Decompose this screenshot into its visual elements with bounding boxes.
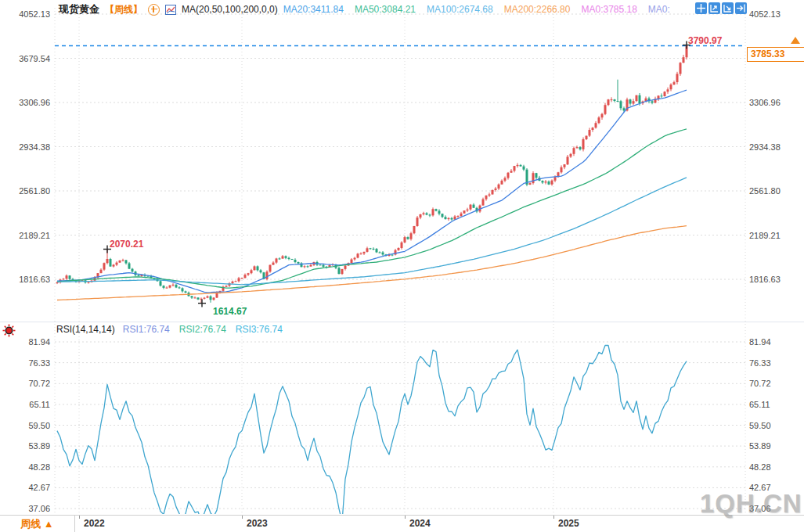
auto-scale-x-icon[interactable] [708, 2, 720, 14]
axis-tick-label: 65.11 [2, 399, 50, 410]
axis-tick-label: 53.89 [2, 440, 50, 451]
axis-tick-label: 53.89 [749, 440, 771, 451]
ma-value-label: MA0:3785.18 [581, 4, 636, 15]
axis-tick-label: 76.33 [749, 358, 771, 368]
axis-tick-label: 70.72 [2, 378, 50, 389]
year-tick [405, 516, 406, 519]
axis-tick-label: 4052.13 [749, 9, 781, 20]
rsi-settings-label[interactable]: RSI(14,14,14) [56, 324, 115, 335]
year-tick [553, 516, 554, 519]
indicator-settings-icon[interactable] [2, 324, 16, 337]
rsi-values: RSI1:76.74RSI2:76.74RSI3:76.74 [123, 324, 283, 335]
year-label: 2023 [247, 518, 268, 529]
axis-tick-label: 2189.21 [2, 230, 50, 241]
rsi-header: RSI(14,14,14) RSI1:76.74RSI2:76.74RSI3:7… [56, 324, 283, 335]
axis-tick-label: 76.33 [2, 358, 50, 368]
axis-tick-label: 4052.13 [2, 9, 50, 20]
axis-tick-label: 37.06 [2, 503, 50, 514]
axis-tick-label: 42.67 [2, 482, 50, 493]
ma-value-label: MA20:3411.84 [283, 4, 344, 15]
axis-tick-label: 59.50 [2, 420, 50, 431]
axis-tick-label: 65.11 [749, 399, 770, 410]
year-label: 2025 [558, 518, 579, 529]
crosshair-move-icon[interactable] [695, 2, 707, 14]
panel-separator [0, 322, 804, 322]
kline-settings-icon[interactable] [165, 5, 176, 15]
axis-tick-label: 1816.63 [2, 274, 50, 285]
auto-scale-y-icon[interactable] [722, 2, 734, 14]
chart-header: 现货黄金 【周线】 MA(20,50,100,200,0,0) MA20:341… [59, 2, 670, 16]
axis-tick-label: 70.72 [749, 378, 771, 389]
price-up-arrow-icon [791, 37, 800, 44]
watermark: 1QH.CN [700, 489, 802, 519]
axis-tick-label: 1816.63 [749, 274, 781, 285]
ma-value-label: MA0: [648, 4, 670, 15]
axis-tick-label: 3306.96 [2, 97, 50, 108]
chart-toolbar [695, 2, 747, 14]
axis-tick-label: 3679.54 [2, 53, 50, 64]
rsi-value-label: RSI3:76.74 [236, 324, 283, 335]
ma-values: MA20:3411.84MA50:3084.21MA100:2674.68MA2… [283, 4, 670, 15]
axis-tick-label: 81.94 [2, 336, 50, 347]
timeframe-tab[interactable]: 周线 ▲ [0, 516, 75, 532]
axis-tick-label: 48.28 [2, 462, 50, 473]
year-label: 2024 [409, 518, 431, 529]
period-tag: 【周线】 [105, 3, 142, 16]
peak-price-annotation: 2070.21 [110, 239, 143, 250]
ma-settings-label[interactable]: MA(20,50,100,200,0,0) [182, 4, 278, 15]
axis-tick-label: 2561.80 [749, 185, 781, 196]
symbol-name: 现货黄金 [59, 2, 99, 16]
snap-right-icon[interactable] [735, 2, 747, 14]
rsi-value-label: RSI1:76.74 [123, 324, 170, 335]
year-tick [242, 516, 243, 519]
rsi-value-label: RSI2:76.74 [179, 324, 226, 335]
last-price-badge: 3785.33 [747, 47, 804, 62]
add-compare-icon[interactable] [148, 4, 160, 16]
year-label: 2022 [84, 518, 105, 529]
axis-tick-label: 2561.80 [2, 185, 50, 196]
axis-tick-label: 2934.38 [2, 142, 50, 153]
ma-value-label: MA50:3084.21 [355, 4, 416, 15]
time-axis-bar: 周线 ▲ 2022202320242025 [0, 515, 804, 532]
year-tick [79, 516, 80, 519]
axis-tick-label: 81.94 [749, 336, 771, 347]
axis-tick-label: 48.28 [749, 462, 771, 473]
axis-tick-label: 59.50 [749, 420, 771, 431]
axis-tick-label: 2189.21 [749, 230, 781, 241]
chart-canvas[interactable] [0, 0, 804, 532]
axis-tick-label: 3306.96 [749, 97, 781, 108]
ma-value-label: MA100:2674.68 [427, 4, 493, 15]
trading-chart-window: 现货黄金 【周线】 MA(20,50,100,200,0,0) MA20:341… [0, 0, 804, 532]
high-price-annotation: 3790.97 [688, 35, 722, 46]
low-price-annotation: 1614.67 [213, 306, 247, 317]
ma-value-label: MA200:2266.80 [504, 4, 571, 15]
axis-tick-label: 2934.38 [749, 142, 781, 153]
